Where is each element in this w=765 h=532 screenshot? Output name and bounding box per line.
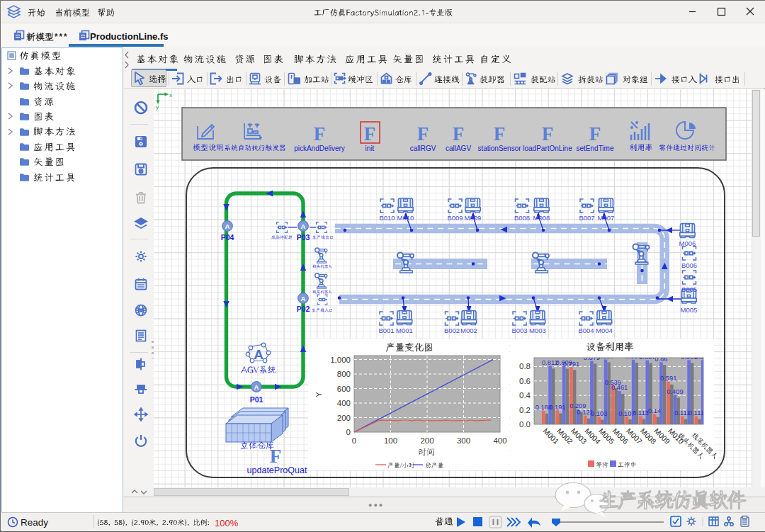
- svg-text:P03: P03: [297, 233, 310, 242]
- svg-text:F: F: [542, 123, 554, 145]
- svg-text:M003: M003: [529, 327, 546, 334]
- svg-text:200: 200: [420, 436, 434, 445]
- svg-text:Y: Y: [314, 392, 323, 397]
- svg-text:B004: B004: [578, 327, 594, 334]
- svg-text:B009: B009: [447, 214, 463, 222]
- svg-text:M002: M002: [460, 327, 477, 334]
- svg-text:B007: B007: [579, 214, 594, 222]
- svg-text:M007: M007: [598, 214, 615, 222]
- svg-text:0.191: 0.191: [549, 404, 565, 411]
- svg-text:setEndTime: setEndTime: [577, 145, 614, 152]
- svg-text:300: 300: [457, 436, 470, 445]
- svg-text:A: A: [254, 383, 259, 391]
- svg-text:600: 600: [337, 385, 351, 393]
- svg-text:0.111: 0.111: [688, 409, 704, 417]
- svg-text:P04: P04: [221, 233, 234, 242]
- svg-text:0.409: 0.409: [667, 388, 683, 395]
- svg-text:y: y: [156, 104, 159, 111]
- svg-text:B006: B006: [681, 261, 697, 269]
- svg-text:B010: B010: [379, 214, 395, 222]
- svg-text:x: x: [169, 92, 172, 98]
- svg-text:B002: B002: [444, 327, 460, 334]
- svg-text:F: F: [314, 123, 326, 145]
- svg-text:0: 0: [352, 436, 356, 445]
- svg-text:P02: P02: [297, 305, 310, 313]
- svg-text:callAGV: callAGV: [446, 145, 471, 152]
- svg-text:0.14: 0.14: [648, 407, 661, 414]
- svg-text:0.6: 0.6: [519, 377, 531, 385]
- svg-text:0.8: 0.8: [519, 362, 531, 370]
- svg-text:pickAndDelivery: pickAndDelivery: [294, 145, 345, 152]
- svg-text:0: 0: [346, 428, 351, 436]
- svg-text:800: 800: [337, 370, 351, 378]
- svg-text:200: 200: [337, 414, 351, 422]
- svg-text:M001: M001: [396, 327, 413, 334]
- svg-text:1,000: 1,000: [330, 356, 351, 364]
- svg-text:callRGV: callRGV: [410, 145, 436, 152]
- svg-text:B008: B008: [514, 214, 530, 222]
- svg-text:F: F: [270, 446, 282, 467]
- svg-text:M006: M006: [679, 239, 696, 247]
- svg-text:0.461: 0.461: [611, 384, 628, 391]
- svg-text:init: init: [366, 145, 375, 152]
- svg-text:100: 100: [384, 436, 397, 445]
- svg-text:updateProQuat: updateProQuat: [247, 465, 307, 475]
- svg-text:M008: M008: [533, 214, 550, 222]
- svg-text:F: F: [364, 123, 376, 145]
- svg-text:0.113: 0.113: [633, 409, 649, 417]
- svg-text:F: F: [494, 123, 506, 145]
- svg-text:400: 400: [493, 436, 506, 445]
- svg-text:stationSensor: stationSensor: [477, 145, 521, 152]
- svg-text:M004: M004: [596, 327, 613, 334]
- svg-text:0.591: 0.591: [660, 375, 676, 382]
- svg-text:A: A: [301, 295, 306, 302]
- svg-text:A: A: [301, 222, 306, 230]
- svg-text:0.111: 0.111: [674, 409, 690, 417]
- svg-text:A: A: [254, 347, 264, 362]
- svg-text:M009: M009: [465, 214, 482, 222]
- svg-text:F: F: [589, 123, 601, 145]
- svg-text:M010: M010: [397, 214, 414, 222]
- svg-text:F: F: [417, 123, 429, 145]
- svg-text:0.0: 0.0: [519, 420, 531, 429]
- svg-text:0.103: 0.103: [591, 410, 607, 417]
- svg-text:P01: P01: [250, 395, 264, 404]
- svg-text:B003: B003: [511, 327, 527, 334]
- svg-text:M005: M005: [681, 306, 698, 314]
- svg-text:A: A: [225, 222, 230, 230]
- svg-text:400: 400: [337, 399, 351, 407]
- svg-text:F: F: [453, 123, 465, 145]
- svg-text:0.2: 0.2: [519, 406, 531, 414]
- svg-text:0.4: 0.4: [519, 391, 531, 400]
- svg-text:0.791: 0.791: [563, 361, 579, 368]
- svg-text:loadPartOnLine: loadPartOnLine: [523, 145, 572, 152]
- svg-text:B001: B001: [378, 327, 394, 334]
- svg-text:B005: B005: [681, 285, 697, 293]
